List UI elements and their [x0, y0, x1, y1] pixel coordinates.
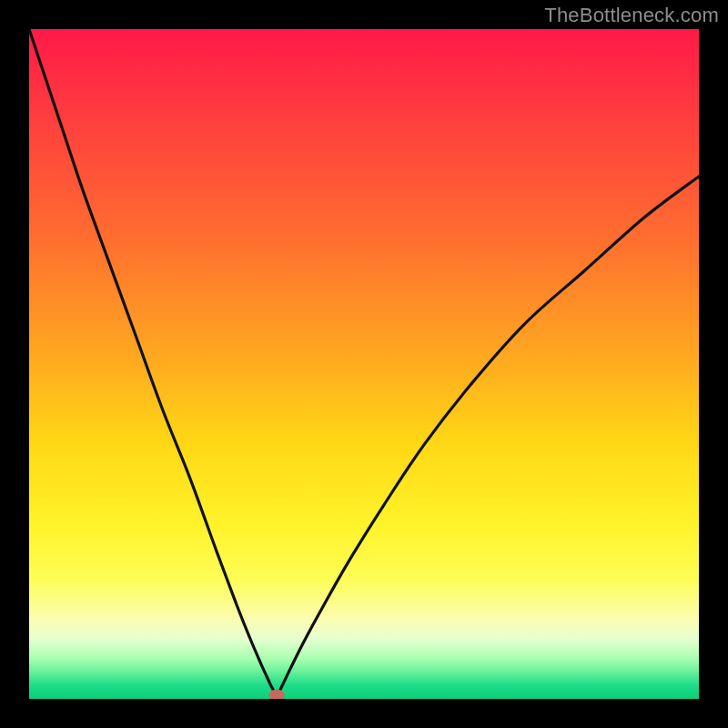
chart-frame: TheBottleneck.com: [0, 0, 728, 728]
optimum-marker: [269, 690, 285, 699]
bottleneck-curve: [29, 29, 699, 699]
plot-area: [29, 29, 699, 699]
watermark-text: TheBottleneck.com: [544, 4, 719, 27]
